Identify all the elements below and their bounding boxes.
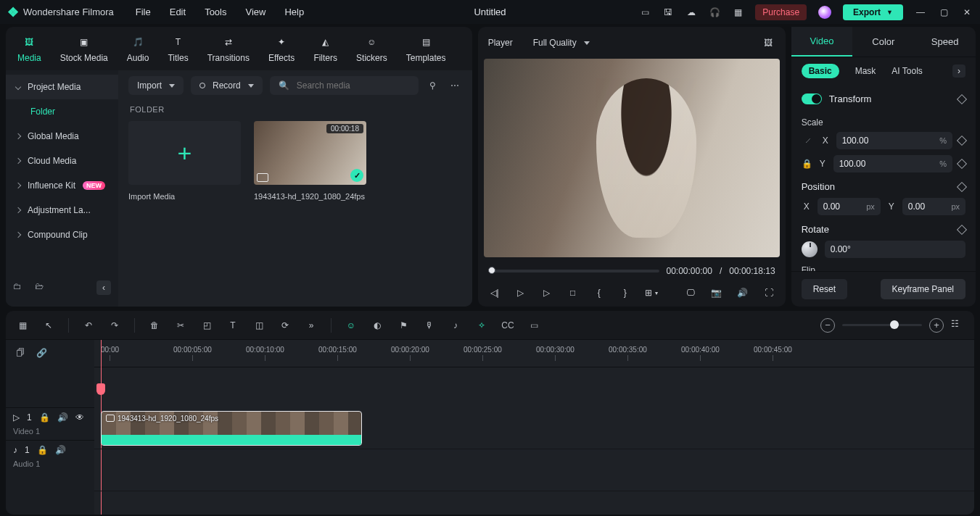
new-bin-icon[interactable]: 🗁 (35, 281, 48, 294)
inspector-tab-speed[interactable]: Speed (914, 27, 976, 57)
scale-x-input[interactable]: 100.00% (836, 132, 952, 149)
media-clip-card[interactable]: 00:00:18 ✓ 1943413-hd_1920_1080_24fps (254, 121, 366, 201)
display-icon[interactable]: 🖵 (684, 286, 697, 299)
autocut-icon[interactable]: ✧ (475, 319, 488, 332)
snapshot-settings-icon[interactable]: 🖼 (761, 36, 775, 50)
mute-icon[interactable]: 🔊 (57, 412, 68, 423)
tab-audio[interactable]: 🎵Audio (127, 34, 149, 63)
import-dropdown[interactable]: Import (128, 76, 184, 95)
zoom-in-button[interactable]: + (929, 318, 944, 333)
eye-icon[interactable]: 👁 (75, 412, 84, 423)
color-icon[interactable]: ◐ (371, 319, 384, 332)
window-minimize-icon[interactable]: — (915, 7, 926, 18)
cc-icon[interactable]: CC (501, 319, 514, 332)
transform-keyframe-icon[interactable] (957, 93, 967, 104)
menu-file[interactable]: File (136, 7, 151, 17)
audio-track-header[interactable]: ♪1🔒🔊 Audio 1 (6, 440, 94, 473)
sidebar-cloud-media[interactable]: Cloud Media (6, 149, 118, 173)
menu-edit[interactable]: Edit (170, 7, 186, 17)
search-input[interactable] (297, 80, 410, 91)
delete-icon[interactable]: 🗑 (148, 319, 161, 332)
lock-aspect-icon[interactable]: 🔒 (802, 159, 812, 169)
subtab-mask[interactable]: Mask (855, 66, 876, 76)
menu-tools[interactable]: Tools (205, 7, 226, 17)
menu-view[interactable]: View (245, 7, 265, 17)
scale-y-input[interactable]: 100.00% (833, 155, 952, 172)
sidebar-folder[interactable]: Folder (6, 99, 118, 124)
lock-track-icon[interactable]: 🔒 (37, 445, 48, 455)
cut-icon[interactable]: ✂ (174, 319, 187, 332)
media-import-card[interactable]: + Import Media (128, 121, 241, 201)
tab-media[interactable]: 🖼Media (17, 34, 41, 63)
reset-button[interactable]: Reset (802, 279, 847, 299)
tab-stickers[interactable]: ☺Stickers (356, 34, 387, 63)
stop-icon[interactable]: □ (567, 286, 580, 299)
mute-icon[interactable]: 🔊 (55, 445, 66, 455)
purchase-button[interactable]: Purchase (755, 4, 807, 20)
scale-y-keyframe-icon[interactable] (957, 159, 967, 169)
layout-icon[interactable]: ▦ (16, 319, 29, 332)
video-track-header[interactable]: ▷1🔒🔊👁 Video 1 (6, 407, 94, 440)
lock-track-icon[interactable]: 🔒 (39, 412, 50, 423)
player-viewport[interactable] (484, 59, 780, 257)
device-icon[interactable]: ▭ (639, 7, 651, 18)
inspector-tab-color[interactable]: Color (852, 27, 914, 57)
adjust-icon[interactable]: ◫ (252, 319, 265, 332)
save-icon[interactable]: 🖫 (662, 7, 674, 18)
tab-effects[interactable]: ✦Effects (268, 34, 295, 63)
text-icon[interactable]: T (226, 319, 239, 332)
tab-transitions[interactable]: ⇄Transitions (207, 34, 250, 63)
menu-help[interactable]: Help (284, 7, 304, 17)
zoom-slider[interactable] (842, 324, 922, 326)
video-track-row[interactable]: 1943413-hd_1920_1080_24fps (94, 407, 974, 449)
tab-titles[interactable]: TTitles (168, 34, 188, 63)
camera-icon[interactable]: 📷 (710, 286, 723, 299)
sidebar-compound-clip[interactable]: Compound Clip (6, 222, 118, 247)
zoom-out-button[interactable]: − (820, 318, 835, 333)
avatar[interactable] (818, 6, 831, 19)
stack-icon[interactable]: 🗍 (16, 348, 28, 359)
cursor-icon[interactable]: ↖ (42, 319, 55, 332)
subtab-ai-tools[interactable]: AI Tools (892, 66, 922, 76)
ai-icon[interactable]: ☺ (345, 319, 358, 332)
pos-x-input[interactable]: 0.00px (818, 198, 881, 215)
music-icon[interactable]: ♪ (449, 319, 462, 332)
sidebar-project-media[interactable]: Project Media (6, 75, 118, 99)
timeline-ruler[interactable]: 00:0000:00:05:0000:00:10:0000:00:15:0000… (94, 340, 974, 367)
subtab-basic[interactable]: Basic (802, 64, 839, 78)
frame-icon[interactable]: ▭ (527, 319, 540, 332)
volume-icon[interactable]: 🔊 (736, 286, 749, 299)
tab-stock-media[interactable]: ▣Stock Media (60, 34, 108, 63)
window-close-icon[interactable]: ✕ (961, 7, 973, 18)
scrubber[interactable] (488, 270, 659, 272)
redo-icon[interactable]: ↷ (108, 319, 121, 332)
search-input-wrap[interactable]: 🔍 (270, 76, 419, 95)
crop-icon[interactable]: ◰ (200, 319, 213, 332)
export-button[interactable]: Export▼ (843, 4, 903, 20)
undo-icon[interactable]: ↶ (82, 319, 95, 332)
new-folder-icon[interactable]: 🗀 (13, 281, 26, 294)
speed-icon[interactable]: ⟳ (279, 319, 292, 332)
record-dropdown[interactable]: Record (191, 76, 263, 95)
mark-out-icon[interactable]: } (619, 286, 632, 299)
marker-icon[interactable]: ⚑ (397, 319, 410, 332)
voice-icon[interactable]: 🎙 (423, 319, 436, 332)
fullscreen-icon[interactable]: ⛶ (762, 286, 775, 299)
sidebar-influence-kit[interactable]: Influence KitNEW (6, 173, 118, 198)
window-maximize-icon[interactable]: ▢ (938, 7, 950, 18)
apps-icon[interactable]: ▦ (732, 7, 744, 18)
timeline-canvas[interactable]: 00:0000:00:05:0000:00:10:0000:00:15:0000… (94, 340, 974, 515)
more-icon[interactable]: ⋯ (448, 78, 462, 93)
prev-frame-icon[interactable]: ◁| (488, 286, 501, 299)
mark-in-icon[interactable]: { (593, 286, 606, 299)
sidebar-adjustment-layer[interactable]: Adjustment La... (6, 198, 118, 222)
headphones-icon[interactable]: 🎧 (709, 7, 720, 18)
quality-dropdown[interactable]: Full Quality (524, 33, 598, 52)
pos-y-input[interactable]: 0.00px (902, 198, 965, 215)
rotate-keyframe-icon[interactable] (957, 224, 967, 234)
link-icon[interactable]: 🔗 (36, 348, 48, 359)
filter-icon[interactable]: ⚲ (426, 78, 440, 93)
keyframe-panel-button[interactable]: Keyframe Panel (881, 279, 965, 299)
tab-templates[interactable]: ▤Templates (406, 34, 446, 63)
cloud-icon[interactable]: ☁ (685, 7, 697, 18)
